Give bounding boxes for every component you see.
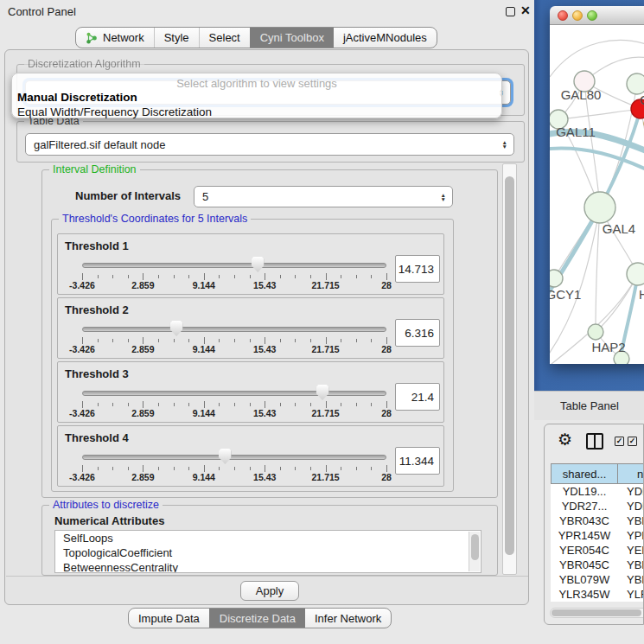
table-row[interactable]: YLR345WYLR3 (551, 587, 644, 602)
slider-ticks (82, 401, 386, 408)
table-row[interactable]: YER054CYER0 (551, 543, 644, 558)
slider-scale-labels: -3.4262.8599.14415.4321.71528 (82, 280, 386, 290)
attributes-list-scrollbar-thumb[interactable] (471, 534, 479, 560)
tab-impute-data[interactable]: Impute Data (129, 609, 209, 628)
table-row[interactable]: YDR27...YDR2 (551, 499, 644, 513)
tab-jactivemnodules[interactable]: jActiveMNodules (334, 28, 437, 48)
gear-icon[interactable]: ⚙ (558, 430, 572, 450)
cell-name[interactable]: YBR0 (618, 558, 644, 572)
tab-select[interactable]: Select (199, 28, 250, 48)
attribute-items: SelfLoopsTopologicalCoefficientBetweenne… (55, 531, 481, 573)
slider-track[interactable] (82, 327, 386, 332)
thresholds-group-title: Threshold's Coordinates for 5 Intervals (59, 213, 251, 225)
tab-discretize-data-label: Discretize Data (220, 612, 296, 625)
tab-style[interactable]: Style (154, 28, 199, 48)
slider-ticks (82, 337, 386, 344)
cell-shared-name[interactable]: YPR145W (551, 528, 618, 543)
tab-cyni-toolbox[interactable]: Cyni Toolbox (250, 28, 334, 48)
zoom-traffic-light-icon[interactable] (587, 10, 597, 21)
top-tab-bar: Network Style Select Cyni Toolbox jActiv… (75, 27, 437, 48)
apply-button[interactable]: Apply (240, 581, 299, 601)
cell-shared-name[interactable]: YLR345W (551, 587, 618, 602)
threshold-block: Threshold 3-3.4262.8599.14415.4321.71528… (57, 361, 444, 423)
tab-network[interactable]: Network (76, 28, 154, 48)
node-label-hap2: HAP2 (591, 340, 625, 354)
network-view-window[interactable]: GAL80 GA C GAL11 GAL4 GCY1 H HAP2 (550, 6, 644, 364)
cell-shared-name[interactable]: YER054C (551, 543, 618, 558)
slider-thumb[interactable] (170, 321, 183, 336)
close-traffic-light-icon[interactable] (558, 10, 568, 21)
table-row[interactable]: YPR145WYPR1 (551, 528, 644, 543)
tab-infer-network-label: Infer Network (315, 612, 381, 625)
cell-shared-name[interactable]: YBR043C (551, 513, 618, 528)
cell-name[interactable]: YBL0 (618, 572, 644, 587)
cell-name[interactable]: YDR2 (618, 499, 644, 513)
node-label-gal11: GAL11 (556, 124, 596, 139)
node-label-gal80: GAL80 (561, 87, 602, 102)
network-window-titlebar[interactable] (550, 6, 644, 25)
settings-scrollbar[interactable] (502, 163, 517, 575)
cell-shared-name[interactable]: YDL19... (551, 484, 618, 499)
table-horizontal-scrollbar[interactable] (550, 608, 644, 618)
attribute-list-item[interactable]: BetweennessCentrality (55, 560, 481, 573)
network-graph: GAL80 GA C GAL11 GAL4 GCY1 H HAP2 (550, 25, 644, 364)
slider-thumb[interactable] (252, 257, 265, 272)
table-data-combobox[interactable]: galFiltered.sif default node ▲▼ (25, 133, 514, 156)
threshold-value-field[interactable]: 14.713 (395, 255, 440, 283)
slider-thumb[interactable] (316, 385, 329, 400)
tab-impute-data-label: Impute Data (138, 612, 200, 625)
table-row[interactable]: YDL19...YDL1 (551, 484, 644, 499)
right-column: GAL80 GA C GAL11 GAL4 GCY1 H HAP2 Table … (534, 0, 644, 644)
float-window-icon[interactable] (506, 7, 515, 16)
cell-name[interactable]: YLR3 (618, 587, 644, 602)
dropdown-item-equal-width[interactable]: Equal Width/Frequency Discretization (17, 105, 212, 118)
threshold-value-field[interactable]: 11.344 (395, 447, 440, 475)
cell-shared-name[interactable]: YDR27... (551, 499, 618, 513)
table-horizontal-scrollbar-thumb[interactable] (552, 609, 641, 616)
slider-ticks (82, 273, 386, 280)
dropdown-item-manual-discretization[interactable]: Manual Discretization (17, 91, 137, 104)
close-icon[interactable]: ✕ (520, 3, 531, 17)
cell-name[interactable]: YER0 (618, 543, 644, 558)
tab-infer-network[interactable]: Infer Network (305, 609, 391, 628)
slider-track[interactable] (82, 263, 386, 268)
tab-discretize-data[interactable]: Discretize Data (209, 609, 305, 628)
cell-shared-name[interactable]: YBL079W (551, 572, 618, 587)
table-header-row: shared... na (551, 463, 644, 484)
tab-jactivemnodules-label: jActiveMNodules (343, 31, 427, 44)
cell-name[interactable]: YPR1 (618, 528, 644, 543)
tab-network-label: Network (103, 31, 144, 44)
node-label-partial-top-right: GA (640, 92, 644, 107)
tab-style-label: Style (164, 31, 189, 44)
checkbox-icon-1[interactable]: ✓ (615, 437, 624, 446)
slider-track[interactable] (82, 391, 386, 396)
settings-scrollbar-thumb[interactable] (505, 176, 514, 555)
checkbox-icon-2[interactable]: ✓ (628, 437, 637, 446)
network-canvas[interactable]: GAL80 GA C GAL11 GAL4 GCY1 H HAP2 (550, 25, 644, 364)
threshold-value-field[interactable]: 21.4 (395, 383, 440, 411)
algorithm-group-title: Discretization Algorithm (24, 58, 144, 70)
attributes-list-scrollbar[interactable] (469, 532, 480, 571)
table-toolbar: ⚙ ✓ ✓ (545, 424, 643, 459)
numerical-attributes-list[interactable]: SelfLoopsTopologicalCoefficientBetweenne… (54, 530, 481, 573)
columns-icon[interactable] (586, 433, 603, 450)
slider-thumb[interactable] (219, 449, 232, 464)
threshold-value-field[interactable]: 6.316 (395, 319, 440, 347)
cell-name[interactable]: YDL1 (618, 484, 644, 499)
table-row[interactable]: YBL079WYBL0 (551, 572, 644, 587)
minimize-traffic-light-icon[interactable] (572, 10, 583, 21)
slider-track[interactable] (82, 455, 386, 460)
cell-shared-name[interactable]: YBR045C (551, 558, 618, 572)
column-header-shared-name[interactable]: shared... (551, 463, 618, 484)
cell-name[interactable]: YBR0 (618, 513, 644, 528)
interval-definition-title: Interval Definition (49, 163, 140, 175)
table-row[interactable]: YBR043CYBR0 (551, 513, 644, 528)
bottom-tab-bar: Impute Data Discretize Data Infer Networ… (128, 608, 392, 628)
control-panel-titlebar: Control Panel ✕ (0, 0, 534, 22)
table-row[interactable]: YBR045CYBR0 (551, 558, 644, 572)
number-of-intervals-combobox[interactable]: 5 ▲▼ (194, 186, 453, 207)
node-label-gcy1: GCY1 (550, 287, 581, 302)
attribute-list-item[interactable]: TopologicalCoefficient (55, 545, 481, 560)
column-header-name[interactable]: na (618, 463, 644, 484)
attribute-list-item[interactable]: SelfLoops (55, 531, 481, 545)
